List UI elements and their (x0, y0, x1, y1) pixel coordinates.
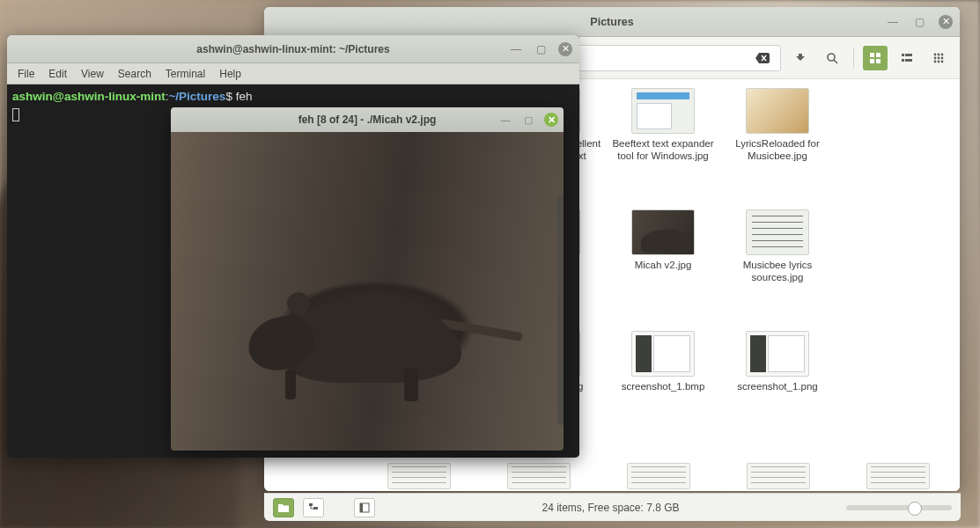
maximize-button[interactable]: ▢ (521, 113, 535, 127)
clear-location-icon[interactable] (752, 51, 773, 65)
typed-command: feh (236, 90, 253, 103)
svg-rect-22 (360, 503, 363, 512)
file-name: Musicbee lyrics sources.jpg (725, 259, 830, 284)
prompt-suffix: $ (225, 90, 235, 103)
file-name: LyricsReloaded for Musicbee.jpg (725, 137, 830, 163)
compact-view-button[interactable] (926, 46, 951, 70)
minimize-button[interactable]: — (886, 15, 900, 29)
separator (853, 48, 854, 68)
sidebar-toggle-icon[interactable] (354, 498, 375, 517)
term-titlebar[interactable]: ashwin@ashwin-linux-mint: ~/Pictures — ▢… (7, 35, 579, 63)
maximize-button[interactable]: ▢ (534, 42, 548, 56)
places-icon[interactable] (273, 498, 294, 517)
thumbnail[interactable] (747, 463, 810, 489)
svg-point-13 (934, 56, 937, 59)
svg-rect-20 (313, 507, 318, 510)
svg-point-10 (934, 53, 937, 55)
prompt-user: ashwin@ashwin-linux-mint (12, 90, 166, 103)
thumbnail[interactable] (387, 463, 451, 489)
minimize-button[interactable]: — (509, 42, 523, 56)
file-item[interactable]: Micah v2.jpg (606, 209, 720, 327)
thumbnail (746, 331, 809, 377)
file-name: screenshot_1.png (737, 380, 817, 392)
fm-title: Pictures (264, 16, 960, 28)
svg-rect-8 (902, 59, 904, 62)
scrollbar[interactable] (557, 195, 564, 425)
svg-point-18 (941, 60, 944, 62)
svg-point-0 (828, 54, 835, 61)
menu-edit[interactable]: Edit (48, 68, 67, 80)
terminal-cursor (12, 108, 19, 121)
svg-rect-5 (876, 59, 881, 63)
term-menubar: File Edit View Search Terminal Help (7, 63, 579, 84)
svg-point-12 (941, 53, 944, 55)
partial-row (387, 463, 953, 489)
file-item[interactable]: screenshot_1.bmp (606, 331, 720, 449)
maximize-button[interactable]: ▢ (912, 15, 926, 29)
thumbnail (631, 88, 695, 134)
svg-rect-9 (905, 59, 912, 62)
svg-rect-3 (876, 53, 881, 57)
thumbnail (746, 209, 809, 255)
thumbnail (631, 331, 695, 377)
svg-point-11 (938, 53, 940, 55)
toggle-location-icon[interactable] (788, 46, 813, 70)
fm-titlebar[interactable]: Pictures — ▢ ✕ (264, 7, 960, 37)
file-item[interactable]: Beeftext text expander tool for Windows.… (606, 88, 720, 206)
svg-rect-19 (309, 503, 313, 506)
file-name: Beeftext text expander tool for Windows.… (610, 137, 716, 163)
svg-rect-7 (905, 54, 912, 56)
prompt-path: ~/Pictures (168, 90, 225, 103)
thumbnail (746, 88, 809, 134)
thumbnail[interactable] (627, 463, 690, 489)
zoom-slider[interactable] (846, 505, 952, 510)
image-subject-rat (232, 255, 497, 405)
svg-point-17 (938, 60, 940, 62)
svg-point-15 (941, 56, 944, 59)
status-text: 24 items, Free space: 7.8 GB (384, 502, 837, 514)
svg-rect-6 (902, 54, 904, 56)
thumbnail (631, 209, 695, 255)
menu-search[interactable]: Search (118, 68, 151, 80)
file-item[interactable]: LyricsReloaded for Musicbee.jpg (720, 88, 835, 206)
term-title: ashwin@ashwin-linux-mint: ~/Pictures (7, 43, 579, 55)
minimize-button[interactable]: — (498, 113, 512, 127)
close-button[interactable]: ✕ (939, 15, 953, 29)
icon-view-button[interactable] (863, 46, 888, 70)
feh-window: feh [8 of 24] - ./Micah v2.jpg — ▢ ✕ (171, 107, 564, 451)
svg-point-16 (934, 60, 937, 62)
fm-statusbar: 24 items, Free space: 7.8 GB (264, 493, 961, 521)
file-name: screenshot_1.bmp (622, 380, 705, 392)
thumbnail[interactable] (866, 463, 930, 489)
feh-titlebar[interactable]: feh [8 of 24] - ./Micah v2.jpg — ▢ ✕ (171, 107, 564, 132)
menu-file[interactable]: File (18, 68, 34, 80)
thumbnail[interactable] (507, 463, 571, 489)
search-icon[interactable] (820, 46, 844, 70)
close-button[interactable]: ✕ (544, 113, 558, 127)
file-item[interactable]: Musicbee lyrics sources.jpg (720, 209, 835, 327)
svg-rect-2 (870, 53, 874, 57)
tree-icon[interactable] (303, 498, 324, 517)
file-item[interactable]: screenshot_1.png (720, 331, 835, 449)
menu-terminal[interactable]: Terminal (166, 68, 205, 80)
svg-line-1 (834, 60, 837, 63)
menu-view[interactable]: View (81, 68, 104, 80)
close-button[interactable]: ✕ (558, 42, 572, 56)
svg-point-14 (938, 56, 940, 59)
file-name: Micah v2.jpg (635, 259, 692, 271)
list-view-button[interactable] (895, 46, 919, 70)
feh-image[interactable] (171, 132, 564, 451)
menu-help[interactable]: Help (219, 68, 241, 80)
svg-rect-4 (870, 59, 874, 63)
